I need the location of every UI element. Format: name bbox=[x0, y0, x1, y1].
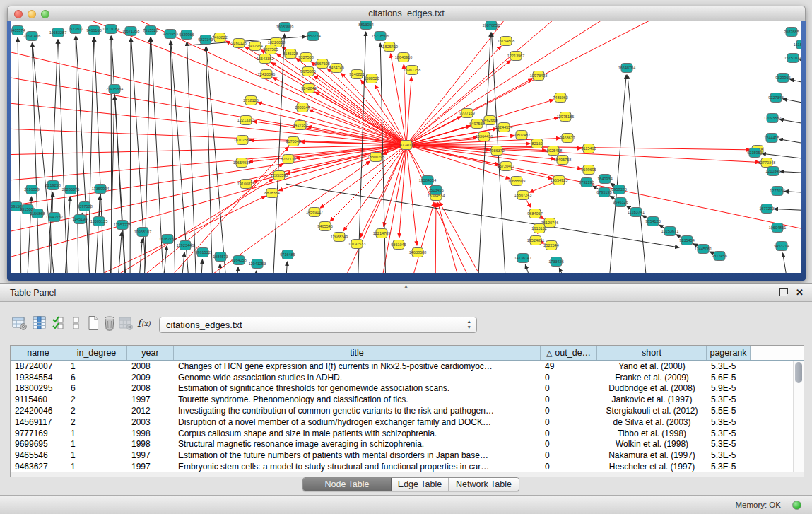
graph-node[interactable]: 18495758 bbox=[554, 156, 571, 165]
graph-node[interactable]: 12770348 bbox=[758, 158, 775, 168]
graph-node[interactable]: 15751074 bbox=[784, 54, 801, 63]
graph-node[interactable]: 10973493 bbox=[530, 71, 547, 81]
graph-node[interactable]: 21915334 bbox=[106, 85, 123, 94]
graph-node[interactable]: 9146821 bbox=[349, 70, 364, 79]
graph-node[interactable]: 12214789 bbox=[373, 229, 390, 238]
graph-node[interactable]: 16033809 bbox=[276, 23, 293, 32]
select-all-icon[interactable] bbox=[50, 314, 69, 332]
graph-node[interactable]: 13505135 bbox=[90, 217, 107, 226]
graph-node[interactable]: 1513456 bbox=[428, 186, 443, 195]
table-row[interactable]: 1830029562008Estimation of significance … bbox=[11, 383, 804, 395]
graph-node[interactable]: 19654933 bbox=[233, 158, 250, 168]
graph-node[interactable]: 12213967 bbox=[507, 52, 524, 61]
graph-node[interactable]: 1615132 bbox=[531, 224, 546, 233]
graph-node[interactable]: 9227343 bbox=[198, 35, 213, 45]
close-panel-icon[interactable]: ✕ bbox=[796, 288, 804, 297]
graph-node[interactable]: 12041253 bbox=[249, 259, 266, 269]
graph-node[interactable]: 1640934 bbox=[597, 175, 612, 184]
delete-table-icon[interactable] bbox=[117, 314, 135, 332]
graph-node[interactable]: 9684067 bbox=[527, 209, 542, 218]
graph-node[interactable]: 2803144 bbox=[295, 103, 310, 112]
graph-node[interactable]: 16154808 bbox=[498, 37, 514, 46]
minimize-window-button[interactable] bbox=[28, 10, 36, 18]
table-row[interactable]: 946362711997Embryonic stem cells: a mode… bbox=[11, 461, 804, 472]
graph-node[interactable]: 12093832 bbox=[764, 114, 781, 123]
graph-node[interactable]: 9329966 bbox=[179, 30, 194, 40]
graph-node[interactable]: 9465546 bbox=[317, 222, 332, 231]
graph-node[interactable]: 9546326 bbox=[613, 198, 628, 207]
graph-node[interactable]: 7986372 bbox=[489, 146, 504, 156]
graph-node[interactable]: 9329966 bbox=[775, 74, 790, 83]
graph-node[interactable]: 27691406 bbox=[23, 32, 40, 41]
graph-node[interactable]: 16648784 bbox=[618, 64, 635, 73]
table-row[interactable]: 969969511998Structural magnetic resonanc… bbox=[11, 439, 804, 450]
table-row[interactable]: 1938455462009Genome-wide association stu… bbox=[11, 372, 804, 383]
graph-node[interactable]: 9361045 bbox=[391, 240, 406, 250]
graph-node[interactable]: 10653287 bbox=[49, 28, 66, 37]
graph-node[interactable]: 7463822 bbox=[212, 33, 227, 42]
graph-node[interactable]: 8813054 bbox=[358, 21, 373, 30]
table-source-dropdown[interactable]: citations_edges.txt ▲▼ bbox=[159, 317, 477, 333]
graph-node[interactable]: 12353593 bbox=[271, 171, 288, 180]
graph-node[interactable]: 11525419 bbox=[381, 42, 398, 52]
graph-node[interactable]: 10197533 bbox=[348, 240, 365, 249]
graph-node[interactable]: 9227343 bbox=[768, 93, 783, 103]
graph-node[interactable]: 19654923 bbox=[551, 176, 567, 185]
vertical-scrollbar[interactable] bbox=[793, 361, 804, 472]
graph-node[interactable]: 8186328 bbox=[283, 49, 298, 59]
graph-node[interactable]: 9170043 bbox=[286, 137, 300, 146]
graph-node[interactable]: 1145194 bbox=[72, 215, 87, 224]
graph-node[interactable]: 2616059 bbox=[24, 185, 39, 194]
graph-node[interactable]: 9219258 bbox=[45, 181, 60, 190]
show-columns-icon[interactable] bbox=[30, 314, 49, 332]
graph-node[interactable]: 9854123 bbox=[645, 217, 660, 226]
graph-node[interactable]: 1588520 bbox=[364, 74, 379, 83]
graph-node[interactable]: 9463627 bbox=[560, 134, 575, 143]
scrollbar-thumb[interactable] bbox=[795, 362, 802, 383]
graph-node[interactable]: 6795195 bbox=[596, 188, 611, 197]
graph-node[interactable]: 12668349 bbox=[331, 233, 348, 242]
column-header-pagerank[interactable]: pagerank bbox=[707, 346, 751, 360]
graph-node[interactable]: 14136141 bbox=[514, 254, 531, 263]
column-header-in_degree[interactable]: in_degree bbox=[66, 346, 127, 360]
graph-node[interactable]: 2087685 bbox=[784, 28, 799, 37]
graph-node[interactable]: 12923446 bbox=[177, 241, 194, 250]
graph-node[interactable]: 16154809 bbox=[794, 40, 801, 49]
graph-node[interactable]: 16961758 bbox=[404, 66, 420, 75]
graph-node[interactable]: 82160 bbox=[531, 139, 543, 148]
graph-node[interactable]: 16244554 bbox=[495, 123, 512, 132]
graph-node[interactable]: 12975185 bbox=[557, 112, 574, 122]
graph-node[interactable]: 8878334 bbox=[264, 189, 279, 198]
graph-node[interactable]: 9761532 bbox=[195, 248, 210, 257]
graph-node[interactable]: 3912954 bbox=[247, 42, 262, 51]
tab-network-table[interactable]: Network Table bbox=[449, 478, 519, 491]
graph-node[interactable]: 17957225 bbox=[114, 221, 131, 230]
graph-node[interactable]: 9327505 bbox=[263, 45, 278, 54]
graph-node[interactable]: 9115460 bbox=[581, 144, 596, 153]
graph-node[interactable]: 1210345 bbox=[765, 167, 780, 176]
graph-node[interactable]: 10688609 bbox=[508, 177, 525, 186]
graph-node[interactable]: 9453214 bbox=[774, 242, 789, 251]
close-window-button[interactable] bbox=[14, 10, 23, 18]
graph-node[interactable]: 2522544 bbox=[543, 241, 558, 250]
graph-node[interactable]: 9164058 bbox=[231, 256, 246, 265]
table-row[interactable]: 1456911722003Disruption of a novel membe… bbox=[11, 416, 804, 428]
graph-node[interactable]: 15218506 bbox=[372, 32, 389, 41]
graph-node[interactable]: 7485063 bbox=[553, 93, 567, 103]
graph-node[interactable]: 9135404 bbox=[679, 236, 694, 245]
table-row[interactable]: 977716911998Corpus callosum shape and si… bbox=[11, 428, 804, 439]
table-row[interactable]: 1872400712008Changes of HCN gene express… bbox=[11, 361, 804, 372]
graph-node[interactable]: 2718126 bbox=[243, 96, 258, 105]
graph-node[interactable]: 19524851 bbox=[527, 236, 544, 245]
graph-node[interactable]: 9215953 bbox=[163, 30, 177, 39]
graph-node[interactable]: 18640910 bbox=[395, 53, 412, 62]
float-panel-icon[interactable] bbox=[779, 288, 787, 296]
graph-node[interactable]: 22420046 bbox=[258, 70, 275, 79]
graph-node[interactable]: 8675685 bbox=[300, 67, 315, 76]
graph-node[interactable]: 9215953 bbox=[747, 148, 762, 158]
graph-node[interactable]: 9716485 bbox=[280, 250, 295, 259]
graph-node[interactable]: 14569117 bbox=[306, 208, 323, 217]
column-header-title[interactable]: title bbox=[174, 346, 541, 360]
graph-node[interactable]: 1277034 bbox=[770, 187, 784, 196]
graph-node[interactable]: 3427552 bbox=[293, 121, 307, 130]
